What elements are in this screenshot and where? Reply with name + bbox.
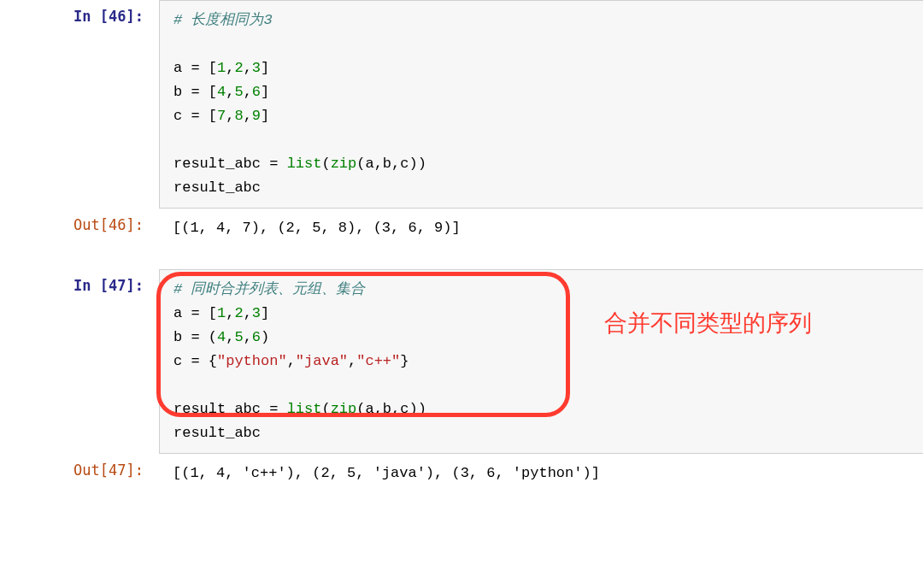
cell-47-input: In [47]: 合并不同类型的序列 # 同时合并列表、元组、集合 a = [1… [0, 269, 923, 454]
in-prompt-46: In [46]: [0, 0, 159, 209]
cell-47-output: Out[47]: [(1, 4, 'c++'), (2, 5, 'java'),… [0, 454, 923, 498]
code-input-47[interactable]: 合并不同类型的序列 # 同时合并列表、元组、集合 a = [1,2,3] b =… [159, 269, 923, 454]
comment-line: # 同时合并列表、元组、集合 [173, 281, 365, 297]
cell-46-input: In [46]: # 长度相同为3 a = [1,2,3] b = [4,5,6… [0, 0, 923, 209]
annotation-text: 合并不同类型的序列 [604, 304, 812, 343]
comment-line: # 长度相同为3 [173, 12, 273, 28]
in-prompt-47: In [47]: [0, 269, 159, 454]
output-text-46: [(1, 4, 7), (2, 5, 8), (3, 6, 9)] [159, 209, 923, 253]
out-prompt-46: Out[46]: [0, 209, 159, 253]
out-prompt-47: Out[47]: [0, 454, 159, 498]
code-input-46[interactable]: # 长度相同为3 a = [1,2,3] b = [4,5,6] c = [7,… [159, 0, 923, 209]
cell-46-output: Out[46]: [(1, 4, 7), (2, 5, 8), (3, 6, 9… [0, 209, 923, 253]
output-text-47: [(1, 4, 'c++'), (2, 5, 'java'), (3, 6, '… [159, 454, 923, 498]
